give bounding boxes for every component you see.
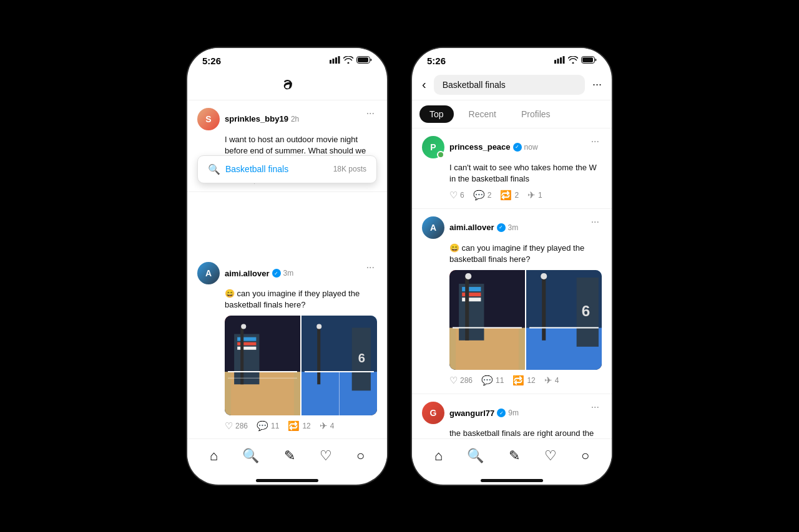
nav-profile-2[interactable]: ○	[579, 445, 592, 467]
nav-likes-1[interactable]: ♡	[317, 445, 335, 467]
search-bar[interactable]: Basketball finals	[434, 75, 585, 95]
result-post-2-reposts: 12	[527, 376, 535, 385]
heart-nav-icon: ♡	[320, 448, 332, 464]
result-post-2-more[interactable]: ···	[589, 216, 602, 228]
post-2-images: 6	[225, 316, 377, 415]
tab-recent[interactable]: Recent	[459, 105, 506, 123]
result-post-3-more[interactable]: ···	[589, 402, 602, 413]
tab-profiles[interactable]: Profiles	[511, 105, 561, 123]
avatar-sprinkles: S	[197, 108, 220, 130]
svg-rect-28	[563, 56, 565, 64]
post-2-comment[interactable]: 💬 11	[257, 420, 279, 432]
post-1-meta: sprinkles_bby19 2h	[225, 114, 299, 123]
nav-home-2[interactable]: ⌂	[432, 445, 445, 467]
nav-compose-2[interactable]: ✎	[506, 445, 522, 467]
result-post-1-repost[interactable]: 🔁 2	[500, 190, 519, 201]
svg-rect-2	[335, 57, 337, 64]
heart-icon-r2: ♡	[449, 375, 458, 386]
svg-rect-30	[582, 57, 593, 62]
svg-text:6: 6	[582, 303, 590, 320]
result-post-3: G gwangurl77 ✓ 9m ··· the basketball fin…	[412, 394, 612, 438]
result-post-2-user: A aimi.allover ✓ 3m	[422, 216, 518, 239]
search-suggestion-icon: 🔍	[208, 163, 220, 175]
svg-rect-3	[338, 56, 340, 64]
result-post-2-like[interactable]: ♡ 286	[449, 375, 473, 386]
search-nav-icon: 🔍	[242, 448, 259, 464]
wifi-icon	[343, 56, 353, 65]
svg-point-14	[241, 324, 246, 329]
result-post-2-share[interactable]: ✈ 4	[544, 375, 559, 386]
result-post-1-username-row: princess_peace ✓ now	[449, 142, 538, 152]
compose-icon-2: ✎	[509, 448, 520, 464]
back-button[interactable]: ‹	[419, 75, 429, 94]
comment-icon-r2: 💬	[481, 375, 493, 386]
bottom-nav-1: ⌂ 🔍 ✎ ♡ ○	[187, 438, 387, 479]
result-post-1-more[interactable]: ···	[589, 136, 602, 147]
options-button[interactable]: ···	[590, 75, 604, 94]
svg-rect-45	[542, 278, 546, 341]
avatar-wrapper-princess: P	[422, 136, 444, 158]
share-icon-r2: ✈	[544, 375, 552, 386]
result-post-2-actions: ♡ 286 💬 11 🔁 12 ✈ 4	[422, 375, 602, 386]
nav-profile-1[interactable]: ○	[354, 445, 367, 467]
result-post-1: P princess_peace ✓ now ··· I c	[412, 128, 612, 209]
post-2: A aimi.allover ✓ 3m ··· 😄 can you i	[187, 254, 387, 438]
result-post-3-user: G gwangurl77 ✓ 9m	[422, 402, 519, 424]
post-2-more[interactable]: ···	[364, 262, 377, 273]
result-post-3-header: G gwangurl77 ✓ 9m ···	[422, 402, 602, 424]
search-suggestion[interactable]: 🔍 Basketball finals 18K posts	[197, 155, 377, 183]
svg-rect-25	[554, 60, 556, 64]
result-post-1-comments: 2	[488, 191, 492, 200]
result-post-1-meta: princess_peace ✓ now	[449, 142, 538, 152]
status-icons-2	[554, 56, 597, 65]
home-indicator-2	[481, 479, 543, 482]
home-icon: ⌂	[210, 448, 218, 464]
post-1-more[interactable]: ···	[364, 108, 377, 119]
result-post-1-shares: 1	[538, 191, 542, 200]
phone-2: 5:26	[412, 48, 612, 485]
result-post-2-header: A aimi.allover ✓ 3m ···	[422, 216, 602, 239]
repost-icon-r2: 🔁	[512, 375, 524, 386]
result-post-2-time: 3m	[508, 223, 519, 232]
post-2-like[interactable]: ♡ 286	[225, 420, 248, 432]
nav-home-1[interactable]: ⌂	[207, 445, 220, 467]
post-2-time: 3m	[283, 269, 294, 278]
battery-icon-2	[581, 56, 597, 65]
result-post-2-shares: 4	[555, 376, 559, 385]
post-2-shares: 4	[330, 422, 335, 430]
svg-rect-13	[240, 328, 243, 385]
share-icon-r1: ✈	[527, 190, 536, 201]
svg-rect-35	[462, 287, 481, 291]
svg-rect-5	[358, 57, 368, 62]
tab-top[interactable]: Top	[419, 105, 454, 123]
result-post-2-text: 😄 can you imagine if they played the bas…	[422, 243, 602, 265]
search-header: ‹ Basketball finals ···	[412, 69, 612, 100]
post-2-repost[interactable]: 🔁 12	[288, 420, 310, 432]
home-icon-2: ⌂	[434, 448, 443, 464]
profile-icon: ○	[356, 448, 365, 464]
post-2-meta: aimi.allover ✓ 3m	[225, 269, 293, 278]
result-post-1-header: P princess_peace ✓ now ···	[422, 136, 602, 158]
result-post-1-like[interactable]: ♡ 6	[449, 190, 464, 201]
result-post-3-time: 9m	[508, 409, 519, 417]
nav-compose-1[interactable]: ✎	[282, 445, 298, 467]
result-post-2-repost[interactable]: 🔁 12	[512, 375, 535, 386]
share-icon-2: ✈	[320, 420, 328, 432]
post-2-likes: 286	[235, 422, 248, 430]
svg-rect-0	[330, 60, 331, 64]
nav-likes-2[interactable]: ♡	[542, 445, 559, 467]
result-post-2-image-1	[449, 270, 525, 370]
avatar-aimi: A	[197, 262, 220, 284]
nav-search-2[interactable]: 🔍	[464, 445, 486, 467]
result-post-1-comment[interactable]: 💬 2	[473, 190, 492, 201]
search-count: 18K posts	[333, 165, 366, 173]
result-post-1-user: P princess_peace ✓ now	[422, 136, 538, 158]
result-post-1-share[interactable]: ✈ 1	[527, 190, 542, 201]
result-post-3-username: gwangurl77	[449, 409, 494, 418]
result-post-2-comment[interactable]: 💬 11	[481, 375, 504, 386]
phones-container: 5:26	[187, 48, 612, 485]
result-post-1-likes: 6	[460, 191, 464, 200]
result-post-3-text: the basketball finals are right around t…	[422, 428, 602, 438]
post-2-share[interactable]: ✈ 4	[320, 420, 335, 432]
nav-search-1[interactable]: 🔍	[240, 445, 262, 467]
